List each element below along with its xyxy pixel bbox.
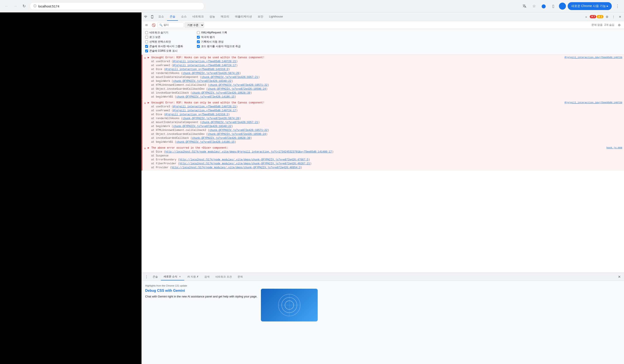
inspect-element-button[interactable] [143, 14, 149, 20]
group-similar-checkbox[interactable]: 콘솔에 유사한 메시지 그룹화 [145, 45, 183, 48]
console-toolbar: 🚫 🔍 필터 기본 수준 문제 없음 2개 숨김 ⚙ [142, 21, 624, 29]
group-similar-input[interactable] [145, 45, 148, 48]
user-activation-checkbox[interactable]: 코드 평가를 사용자 작업으로 취급 [197, 45, 241, 48]
hide-network-checkbox[interactable]: 네트워크 숨기기 [145, 31, 183, 34]
stack-2-link-9[interactable]: chunk-QFYPH2IV.js?v=e872e426:14186:15 [176, 141, 234, 144]
address-bar[interactable]: ⓘ localhost:5174 [30, 2, 204, 10]
stack-2-link-6[interactable]: chunk-QFYPH2IV.js?v=e872e426:10571:22 [209, 129, 267, 132]
expand-triangle-3[interactable]: ▶ [148, 146, 149, 149]
tab-lighthouse[interactable]: Lighthouse [266, 13, 286, 21]
bottom-tab-ai[interactable]: AI 지원 ✗ [185, 273, 201, 280]
tab-sources[interactable]: 소스 [178, 13, 189, 21]
stack-1-link-5[interactable]: chunk-QFYPH2IV.js?v=e872e426:10340:22 [173, 80, 231, 83]
device-toolbar-button[interactable] [149, 14, 155, 20]
stack-1-link-8[interactable]: chunk-QFYPH2IV.js?v=e872e426:10628:39 [192, 92, 250, 95]
show-cors-checkbox[interactable]: 콘솔에 CORS 오류 표시 [145, 49, 183, 53]
eager-eval-input[interactable] [197, 36, 200, 39]
stack-2-link-0[interactable]: @jgjgill_interaction…=75ee85d0:140720:21 [173, 105, 236, 108]
eager-eval-checkbox[interactable]: 적극적 평가 [197, 35, 241, 39]
stack-2-line-8: at invokeGuardedCallback (chunk-QFYPH2IV… [148, 136, 622, 140]
stack-1-link-6[interactable]: chunk-QFYPH2IV.js?v=e872e426:10571:22 [209, 84, 267, 87]
devtools-tab-icons: » ✕ 7 ⚠ 1 ⚙ ⋮ ✕ [583, 14, 623, 20]
show-cors-input[interactable] [145, 49, 148, 52]
stack-2-link-7[interactable]: chunk-QFYPH2IV.js?v=e872e426:10596:24 [208, 133, 266, 136]
error-1-source[interactable]: @jgjgill_interaction…1&v=75ee85d0:140720 [565, 56, 622, 59]
stack-1-link-7[interactable]: chunk-QFYPH2IV.js?v=e872e426:10596:24 [208, 88, 266, 91]
tab-application[interactable]: 애플리케이션 [232, 13, 255, 21]
stack-1-link-3[interactable]: chunk-QFYPH2IV.js?v=e872e426:5874:26 [182, 72, 239, 75]
log-xhr-input[interactable] [197, 31, 200, 34]
stack-1-link-9[interactable]: chunk-QFYPH2IV.js?v=e872e426:14186:15 [176, 95, 234, 98]
bottom-tab-console[interactable]: 콘솔 [150, 273, 160, 280]
more-tabs-button[interactable]: » [583, 14, 589, 20]
stack-1-link-2[interactable]: @jgjgill_interaction_v=75ee85d0:141518:3 [165, 68, 228, 71]
bottom-tab-search[interactable]: 검색 [202, 273, 212, 280]
stack-3-line-2: at ErrorBoundary (http://localhost:5174/… [148, 158, 622, 162]
translate-button[interactable] [520, 2, 528, 10]
stack-2-link-4[interactable]: chunk-QFYPH2IV.js?v=e872e426:9357:21 [202, 121, 258, 124]
bottom-tab-news-close[interactable]: ✕ [178, 275, 182, 278]
stack-2-link-1[interactable]: @jgjgill_interaction…=75ee85d0:140724:17 [173, 109, 236, 112]
stack-2-link-8[interactable]: chunk-QFYPH2IV.js?v=e872e426:10628:39 [192, 137, 250, 140]
extension-active-button[interactable]: ⬤ [540, 2, 547, 10]
settings-button[interactable]: ⚙ [604, 14, 610, 20]
stack-3-link-4[interactable]: http://localhost:5174/node_modules/.vite… [172, 166, 301, 169]
extensions-button[interactable]: ▯ [549, 2, 557, 10]
error-3-source[interactable]: hook.js:608 [606, 146, 622, 150]
customize-button[interactable]: ⋮ [610, 14, 617, 20]
sign-in-button[interactable]: 새로운 Chrome 사용 가능 ▸ [568, 2, 612, 10]
close-devtools-button[interactable]: ✕ [617, 14, 623, 20]
stack-2-link-5[interactable]: chunk-QFYPH2IV.js?v=e872e426:10340:22 [173, 125, 231, 128]
reload-button[interactable]: ↻ [20, 2, 28, 10]
log-level-select[interactable]: 기본 수준 [184, 22, 204, 28]
autocomplete-checkbox[interactable]: 기록에서 자동 완성 [197, 40, 241, 44]
bottom-dots-menu[interactable]: ⋮ [143, 274, 150, 280]
error-icon-1: ✕ [144, 56, 146, 60]
forward-button[interactable]: → [11, 2, 19, 10]
settings-right: XMLHttpRequest 기록 적극적 평가 기록에서 자동 완성 코드 평… [197, 31, 241, 53]
bottom-tab-network[interactable]: 네트워크 조건 [213, 273, 234, 280]
stack-3-link-2[interactable]: http://localhost:5174/node_modules/.vite… [180, 158, 309, 161]
tab-console[interactable]: 콘솔 [167, 13, 178, 21]
bottom-tab-news[interactable]: 새로운 소식 ✕ [161, 273, 184, 280]
chrome-menu-button[interactable]: ⋮ [614, 2, 621, 10]
expand-triangle-2[interactable]: ▶ [148, 101, 149, 104]
stack-3-link-0[interactable]: http://localhost:5174/node_modules/.vite… [165, 150, 332, 153]
autocomplete-input[interactable] [197, 40, 200, 43]
console-settings-button[interactable]: ⚙ [616, 22, 622, 28]
tab-security[interactable]: 보안 [255, 13, 266, 21]
highlights-label: Highlights from the Chrome 131 update [145, 284, 621, 287]
stack-1-line-3: at renderWithHooks (chunk-QFYPH2IV.js?v=… [148, 71, 622, 75]
back-button[interactable]: ← [3, 2, 10, 10]
stack-3-link-3[interactable]: http://localhost:5174/node_modules/.vite… [180, 162, 310, 165]
stack-1-link-4[interactable]: chunk-QFYPH2IV.js?v=e872e426:9357:21 [202, 76, 258, 79]
selected-context-checkbox[interactable]: 선택된 컨텍스트만 [145, 40, 183, 44]
settings-area: 네트워크 숨기기 로그 보존 선택된 컨텍스트만 콘솔에 유사한 메시지 그룹화 [142, 29, 624, 55]
preserve-log-checkbox[interactable]: 로그 보존 [145, 35, 183, 39]
tab-memory[interactable]: 메모리 [218, 13, 232, 21]
article-title[interactable]: Debug CSS with Gemini [145, 289, 258, 293]
stack-2-link-2[interactable]: @jgjgill_interaction_v=75ee85d0:141518:3 [165, 113, 228, 116]
sidebar-toggle-button[interactable] [143, 22, 150, 28]
tab-elements[interactable]: 요소 [156, 13, 167, 21]
stack-2-link-3[interactable]: chunk-QFYPH2IV.js?v=e872e426:5874:26 [182, 117, 239, 120]
bottom-tab-issues[interactable]: 문제 [235, 273, 245, 280]
tab-performance[interactable]: 성능 [207, 13, 218, 21]
preserve-log-input[interactable] [145, 36, 148, 39]
bottom-panel-close[interactable]: ✕ [616, 274, 622, 280]
avatar[interactable] [559, 3, 566, 10]
bookmark-button[interactable]: ☆ [530, 2, 538, 10]
tab-network[interactable]: 네트워크 [190, 13, 206, 21]
log-xhr-checkbox[interactable]: XMLHttpRequest 기록 [197, 31, 241, 34]
hide-network-input[interactable] [145, 31, 148, 34]
stack-1-link-0[interactable]: @jgjgill_interaction…=75ee85d0:140720:21 [173, 60, 236, 63]
stack-2-line-9: at beginWork$1 (chunk-QFYPH2IV.js?v=e872… [148, 140, 622, 144]
stack-1-link-1[interactable]: @jgjgill_interaction…=75ee85d0:140724:17 [173, 64, 236, 67]
error-2-source[interactable]: @jgjgill_interaction…1&v=75ee85d0:140720 [565, 101, 622, 104]
expand-triangle-1[interactable]: ▶ [148, 56, 149, 59]
clear-console-button[interactable]: 🚫 [151, 22, 156, 28]
hidden-count: 2개 숨김 [604, 23, 614, 27]
selected-context-input[interactable] [145, 40, 148, 43]
user-activation-input[interactable] [197, 45, 200, 48]
bottom-content: Highlights from the Chrome 131 update De… [142, 281, 624, 325]
